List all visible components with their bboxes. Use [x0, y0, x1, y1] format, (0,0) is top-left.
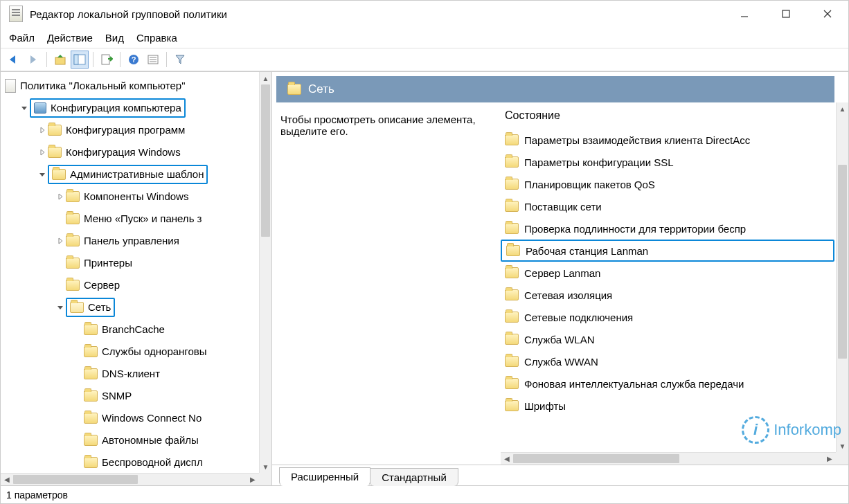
list-item[interactable]: Сервер Lanman	[501, 262, 834, 284]
maximize-button[interactable]	[765, 1, 807, 27]
expander-icon[interactable]	[37, 147, 48, 158]
menu-action[interactable]: Действие	[47, 32, 93, 44]
show-hide-tree-button[interactable]	[71, 51, 89, 69]
menu-view[interactable]: Вид	[105, 32, 124, 44]
column-header-state[interactable]: Состояние	[501, 109, 834, 122]
tree-item[interactable]: DNS-клиент	[1, 363, 271, 385]
tree-item-label: Конфигурация Windows	[66, 143, 181, 163]
up-button[interactable]	[51, 51, 69, 69]
tree-vertical-scrollbar[interactable]: ▲ ▼	[259, 72, 271, 473]
list-item-label: Рабочая станция Lanman	[526, 245, 648, 257]
minimize-button[interactable]	[724, 1, 765, 27]
tree-item[interactable]: Административные шаблон	[1, 163, 271, 186]
list-vertical-scrollbar[interactable]: ▲ ▼	[836, 102, 848, 452]
close-button[interactable]	[807, 1, 848, 27]
expander-icon[interactable]	[73, 413, 84, 424]
tree-item-label: Компоненты Windows	[84, 187, 188, 207]
folder-icon	[505, 179, 519, 190]
expander-icon[interactable]	[73, 346, 84, 357]
tree-item[interactable]: Беспроводной диспл	[1, 451, 271, 474]
items-column: Состояние Параметры взаимодействия клиен…	[501, 102, 848, 465]
tree-item[interactable]: BranchCache	[1, 318, 271, 341]
scroll-thumb[interactable]	[261, 84, 270, 237]
svg-rect-1	[783, 10, 789, 17]
back-button[interactable]	[5, 51, 23, 69]
window-title: Редактор локальной групповой политики	[30, 8, 724, 20]
tree-pane: Политика "Локальный компьютер"Конфигурац…	[1, 72, 272, 485]
list-item[interactable]: Шрифты	[501, 395, 834, 417]
expander-icon[interactable]	[55, 191, 66, 202]
list-item[interactable]: Сетевые подключения	[501, 306, 834, 328]
list-item[interactable]: Фоновая интеллектуальная служба передачи	[501, 372, 834, 395]
expander-icon[interactable]	[55, 213, 66, 224]
list-horizontal-scrollbar[interactable]: ◀ ▶	[501, 452, 836, 465]
list-item[interactable]: Рабочая станция Lanman	[501, 240, 834, 262]
scroll-down-arrow[interactable]: ▼	[260, 460, 271, 473]
menu-help[interactable]: Справка	[136, 32, 177, 44]
folder-icon	[84, 324, 98, 335]
forward-button[interactable]	[24, 51, 42, 69]
filter-button[interactable]	[171, 51, 189, 69]
items-list[interactable]: Параметры взаимодействия клиента DirectA…	[501, 129, 834, 417]
tree-item[interactable]: Windows Connect No	[1, 407, 271, 429]
list-item[interactable]: Параметры взаимодействия клиента DirectA…	[501, 129, 834, 151]
folder-icon	[505, 378, 519, 389]
tree-item[interactable]: Конфигурация программ	[1, 119, 271, 141]
scroll-down-arrow[interactable]: ▼	[837, 440, 848, 452]
export-button[interactable]	[98, 51, 116, 69]
tree-item[interactable]: Сервер	[1, 274, 271, 296]
tree-item[interactable]: Меню «Пуск» и панель з	[1, 208, 271, 230]
list-item[interactable]: Параметры конфигурации SSL	[501, 151, 834, 173]
expander-icon[interactable]	[37, 169, 48, 180]
expander-icon[interactable]	[73, 457, 84, 468]
scroll-thumb[interactable]	[513, 454, 679, 463]
properties-button[interactable]	[144, 51, 162, 69]
expander-icon[interactable]	[19, 102, 30, 114]
tree-item[interactable]: Службы одноранговы	[1, 341, 271, 363]
scroll-thumb[interactable]	[838, 165, 847, 359]
expander-icon[interactable]	[73, 368, 84, 379]
expander-icon[interactable]	[55, 302, 66, 313]
scroll-thumb[interactable]	[13, 475, 138, 484]
tree-root[interactable]: Политика "Локальный компьютер"	[1, 75, 271, 97]
tab-extended[interactable]: Расширенный	[279, 467, 370, 486]
tab-standard[interactable]: Стандартный	[370, 468, 458, 486]
expander-icon[interactable]	[55, 235, 66, 246]
list-item-label: Сетевая изоляция	[524, 289, 612, 301]
scroll-up-arrow[interactable]: ▲	[837, 102, 848, 115]
scroll-left-arrow[interactable]: ◀	[1, 476, 13, 483]
list-item[interactable]: Планировщик пакетов QoS	[501, 173, 834, 195]
menu-file[interactable]: Файл	[9, 32, 35, 44]
tree-horizontal-scrollbar[interactable]: ◀ ▶	[1, 473, 259, 485]
expander-icon[interactable]	[73, 390, 84, 402]
tree-item[interactable]: Принтеры	[1, 252, 271, 274]
svg-text:?: ?	[132, 55, 136, 64]
help-button[interactable]: ?	[125, 51, 143, 69]
list-item[interactable]: Служба WWAN	[501, 350, 834, 372]
list-item[interactable]: Сетевая изоляция	[501, 284, 834, 306]
scroll-right-arrow[interactable]: ▶	[823, 455, 836, 462]
tree-item[interactable]: Панель управления	[1, 230, 271, 252]
list-item[interactable]: Поставщик сети	[501, 195, 834, 217]
scroll-right-arrow[interactable]: ▶	[247, 476, 259, 483]
tree-item[interactable]: Конфигурация компьютера	[1, 97, 271, 119]
list-item[interactable]: Служба WLAN	[501, 328, 834, 350]
window-controls	[724, 1, 848, 27]
list-item-label: Служба WWAN	[524, 356, 598, 368]
expander-icon[interactable]	[55, 280, 66, 291]
scroll-up-arrow[interactable]: ▲	[260, 72, 271, 84]
list-item[interactable]: Проверка подлинности для территории бесп…	[501, 217, 834, 240]
expander-icon[interactable]	[73, 324, 84, 335]
tree-item[interactable]: SNMP	[1, 385, 271, 407]
scroll-left-arrow[interactable]: ◀	[501, 455, 513, 462]
folder-icon	[66, 191, 80, 202]
tree-item[interactable]: Сеть	[1, 296, 271, 318]
expander-icon[interactable]	[37, 125, 48, 136]
tree-item[interactable]: Автономные файлы	[1, 429, 271, 451]
expander-icon[interactable]	[73, 435, 84, 446]
policy-tree[interactable]: Политика "Локальный компьютер"Конфигурац…	[1, 72, 271, 476]
tree-item[interactable]: Компоненты Windows	[1, 186, 271, 208]
tree-item[interactable]: Конфигурация Windows	[1, 141, 271, 163]
folder-icon	[48, 147, 62, 158]
expander-icon[interactable]	[55, 258, 66, 269]
